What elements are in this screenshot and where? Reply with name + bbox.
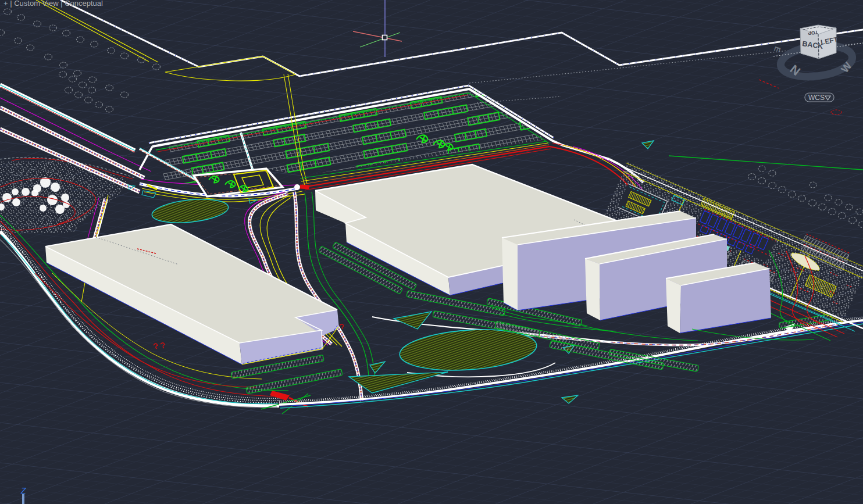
- svg-text:TOP: TOP: [807, 30, 818, 37]
- svg-text:+ | Custom View | Conceptual: + | Custom View | Conceptual: [3, 0, 103, 8]
- svg-text:Z: Z: [20, 486, 26, 495]
- svg-text:WCS: WCS: [808, 94, 825, 102]
